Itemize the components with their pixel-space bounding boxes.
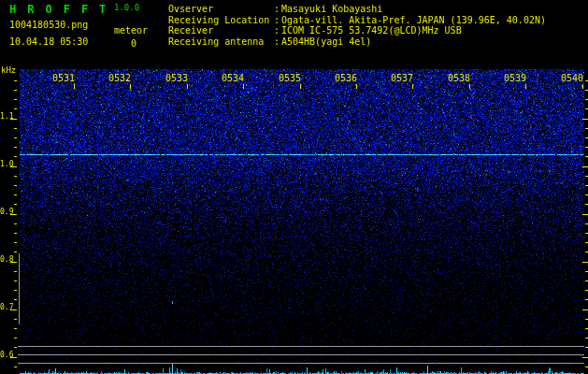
khz-unit-label: kHz — [1, 66, 16, 75]
freq-tick-label: 0.7 — [0, 304, 12, 311]
time-tick-label: 0540 — [558, 74, 586, 83]
info-row: Receiving Location:Ogata-vill. Akita-Pre… — [168, 15, 546, 26]
hrofft-output-screen: HROFFT 1.0.0 1004180530.png meteor 10.04… — [0, 0, 588, 374]
app-version: 1.0.0 — [114, 4, 139, 12]
time-tick-label: 0532 — [106, 74, 134, 83]
time-tick-label: 0535 — [276, 74, 304, 83]
time-tick-label: 0539 — [501, 74, 529, 83]
info-label: Receiving antenna — [168, 36, 274, 47]
time-tick-label: 0534 — [219, 74, 247, 83]
info-value: Ogata-vill. Akita-Pref. JAPAN (139.96E, … — [281, 15, 546, 25]
station-info: Ovserver:Masayuki Kobayashi Receiving Lo… — [168, 4, 546, 48]
app-title: HROFFT — [9, 3, 117, 16]
mode-label: meteor — [114, 26, 148, 36]
info-value: ICOM IC-575 53.7492(@LCD)MHz USB — [281, 25, 462, 36]
time-tick-label: 0536 — [332, 74, 360, 83]
meteor-count: 0 — [131, 39, 136, 49]
info-row: Receiving antenna:A504HB(yagi 4el) — [168, 36, 546, 48]
info-separator: : — [274, 4, 281, 14]
info-label: Receiving Location — [168, 15, 274, 25]
freq-tick-label: 0.6 — [0, 352, 12, 359]
info-value: A504HB(yagi 4el) — [281, 36, 371, 47]
info-value: Masayuki Kobayashi — [281, 4, 382, 14]
info-separator: : — [274, 36, 281, 47]
info-label: Receiver — [168, 25, 274, 36]
freq-tick-label: 1.1 — [0, 113, 12, 121]
info-separator: : — [274, 25, 281, 36]
freq-tick-label: 0.9 — [0, 209, 12, 216]
spectrogram-canvas — [0, 0, 588, 374]
freq-tick-label: 1.0 — [0, 161, 12, 168]
info-label: Ovserver — [168, 4, 274, 14]
time-tick-label: 0538 — [445, 74, 473, 83]
freq-tick-label: 0.8 — [0, 256, 12, 264]
time-tick-label: 0537 — [388, 74, 416, 83]
output-filename: 1004180530.png — [9, 21, 88, 30]
time-tick-label: 0533 — [163, 74, 191, 83]
observation-datetime: 10.04.18 05:30 — [9, 37, 88, 47]
info-row: Ovserver:Masayuki Kobayashi — [168, 4, 546, 15]
time-tick-label: 0531 — [50, 74, 78, 83]
info-separator: : — [274, 15, 281, 25]
info-row: Receiver:ICOM IC-575 53.7492(@LCD)MHz US… — [168, 25, 546, 36]
